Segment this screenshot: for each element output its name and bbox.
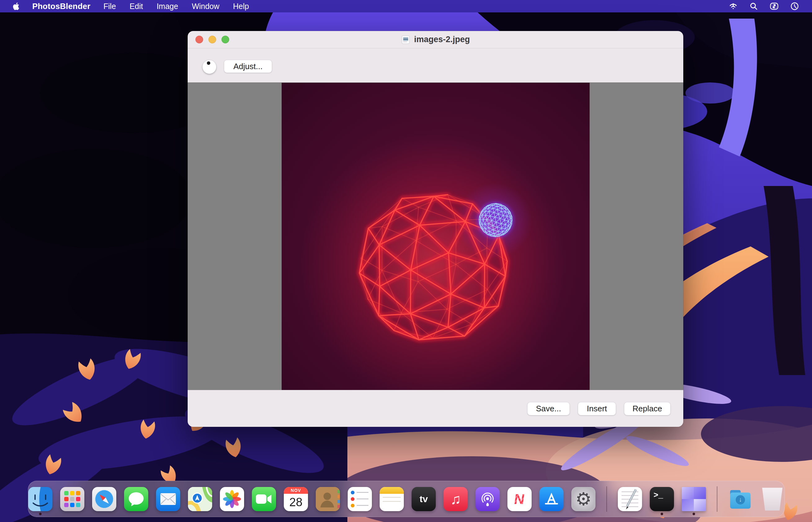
apple-menu-icon[interactable] xyxy=(12,2,21,11)
dock-messages-icon[interactable] xyxy=(124,487,148,511)
control-center-icon[interactable] xyxy=(769,1,779,11)
menu-image[interactable]: Image xyxy=(157,2,178,11)
window-footer: Save... Insert Replace xyxy=(188,390,683,427)
adjust-dial-knob[interactable] xyxy=(202,60,216,74)
dock-terminal-icon[interactable]: >_ xyxy=(650,487,674,511)
app-menus: File Edit Image Window Help xyxy=(103,2,249,11)
menu-edit[interactable]: Edit xyxy=(130,2,143,11)
dock-contacts-icon[interactable] xyxy=(316,487,340,511)
dock-downloads-folder-icon[interactable]: ↓ xyxy=(728,487,752,511)
active-app-name[interactable]: PhotosBlender xyxy=(32,2,91,11)
replace-button[interactable]: Replace xyxy=(624,402,671,415)
dock-mail-icon[interactable] xyxy=(156,487,180,511)
terminal-prompt-glyph: >_ xyxy=(654,491,663,500)
adjust-button[interactable]: Adjust... xyxy=(224,60,272,73)
spotlight-search-icon[interactable] xyxy=(749,1,759,11)
menu-help[interactable]: Help xyxy=(233,2,249,11)
menu-bar: PhotosBlender File Edit Image Window Hel… xyxy=(0,0,812,13)
clock-icon[interactable] xyxy=(790,1,799,11)
dock-photosblender-window-thumbnail[interactable] xyxy=(682,487,706,511)
window-titlebar[interactable]: images-2.jpeg xyxy=(188,31,683,48)
photosblender-window: images-2.jpeg Adjust... Save... Insert xyxy=(188,31,683,427)
dock-system-settings-icon[interactable]: ⚙ xyxy=(571,487,596,511)
loaded-image[interactable] xyxy=(282,83,589,390)
dock-divider xyxy=(606,486,607,512)
calendar-day-label: 28 xyxy=(284,494,308,511)
dock-music-icon[interactable]: ♫ xyxy=(444,487,468,511)
dock-apple-tv-icon[interactable]: tv xyxy=(411,487,436,511)
dock-calendar-icon[interactable]: NOV 28 xyxy=(284,487,308,511)
save-button[interactable]: Save... xyxy=(527,402,570,415)
traffic-lights xyxy=(195,31,229,48)
wifi-alert-icon[interactable] xyxy=(728,1,738,11)
zoom-button[interactable] xyxy=(221,36,229,43)
wireframe-spheres-artwork xyxy=(282,83,589,390)
dock: NOV 28 xyxy=(28,481,785,517)
news-glyph: N xyxy=(513,491,526,507)
dock-finder-icon[interactable] xyxy=(28,487,53,511)
dock-news-icon[interactable]: N xyxy=(507,487,531,511)
close-button[interactable] xyxy=(195,36,203,43)
dock-safari-icon[interactable] xyxy=(92,487,116,511)
minimize-button[interactable] xyxy=(209,36,216,43)
window-toolbar: Adjust... xyxy=(188,48,683,82)
dock-podcasts-icon[interactable] xyxy=(476,487,500,511)
dock-divider xyxy=(717,486,717,512)
menu-window[interactable]: Window xyxy=(192,2,219,11)
dock-notes-icon[interactable] xyxy=(380,487,404,511)
gear-glyph: ⚙ xyxy=(575,488,592,509)
image-canvas-area xyxy=(188,82,683,390)
dock-trash-icon[interactable] xyxy=(760,487,785,511)
dock-facetime-icon[interactable] xyxy=(252,487,276,511)
dock-textedit-icon[interactable] xyxy=(618,487,642,511)
music-note-glyph: ♫ xyxy=(450,491,461,507)
apple-tv-label: tv xyxy=(420,494,428,504)
dock-reminders-icon[interactable] xyxy=(348,487,372,511)
menu-bar-status-items xyxy=(728,1,799,11)
dock-launchpad-icon[interactable] xyxy=(60,487,84,511)
insert-button[interactable]: Insert xyxy=(578,402,616,415)
dock-maps-icon[interactable] xyxy=(188,487,212,511)
menu-file[interactable]: File xyxy=(103,2,116,11)
dock-photos-icon[interactable] xyxy=(220,487,244,511)
desktop: PhotosBlender File Edit Image Window Hel… xyxy=(0,0,812,522)
calendar-month-label: NOV xyxy=(284,487,308,494)
document-proxy-icon[interactable] xyxy=(401,35,410,44)
dock-app-store-icon[interactable] xyxy=(539,487,564,511)
window-title: images-2.jpeg xyxy=(414,35,470,44)
